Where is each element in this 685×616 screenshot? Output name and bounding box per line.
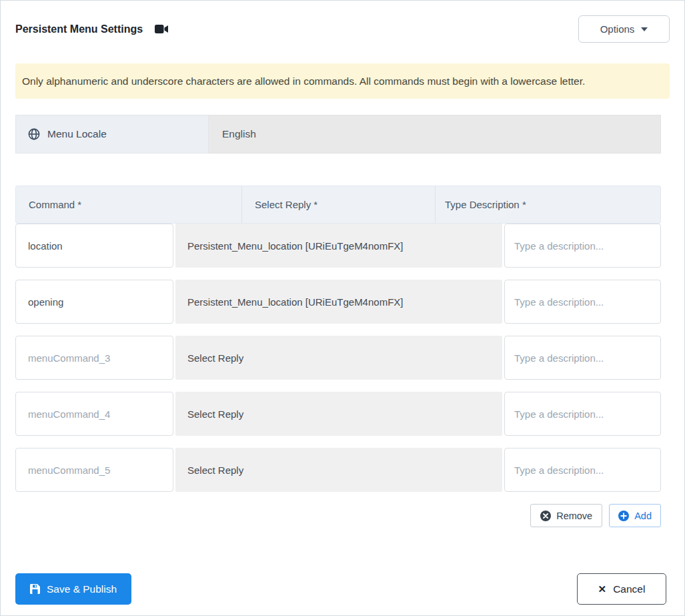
globe-icon bbox=[28, 128, 40, 140]
select-reply-button[interactable]: Select Reply bbox=[175, 392, 502, 436]
save-icon bbox=[30, 584, 40, 594]
table-row: Select Reply bbox=[15, 448, 661, 492]
cancel-button-label: Cancel bbox=[613, 583, 645, 595]
video-camera-icon bbox=[155, 24, 169, 34]
card-footer: Save & Publish ✕ Cancel bbox=[15, 573, 670, 605]
x-circle-icon bbox=[540, 511, 551, 521]
close-icon: ✕ bbox=[598, 583, 607, 595]
table-row: Persistent_Menu_location [URiEuTgeM4nomF… bbox=[15, 280, 661, 324]
description-input[interactable] bbox=[504, 392, 661, 436]
add-button[interactable]: Add bbox=[609, 504, 661, 527]
command-input[interactable] bbox=[15, 336, 173, 380]
card-header: Persistent Menu Settings Options bbox=[15, 1, 670, 43]
table-row: Persistent_Menu_location [URiEuTgeM4nomF… bbox=[15, 224, 661, 268]
plus-circle-icon bbox=[618, 511, 629, 521]
command-input[interactable] bbox=[15, 448, 173, 492]
add-button-label: Add bbox=[634, 511, 652, 521]
description-input[interactable] bbox=[504, 336, 661, 380]
table-row: Select Reply bbox=[15, 392, 661, 436]
select-reply-button[interactable]: Select Reply bbox=[175, 448, 502, 492]
remove-button[interactable]: Remove bbox=[530, 504, 602, 527]
menu-locale-row: Menu Locale English bbox=[15, 115, 661, 153]
description-input[interactable] bbox=[504, 224, 661, 268]
command-input[interactable] bbox=[15, 280, 173, 324]
header-type-description: Type Description * bbox=[436, 186, 660, 223]
cancel-button[interactable]: ✕ Cancel bbox=[577, 573, 666, 605]
options-button-label: Options bbox=[600, 23, 635, 35]
chevron-down-icon bbox=[641, 27, 648, 31]
save-publish-button[interactable]: Save & Publish bbox=[15, 573, 131, 605]
menu-locale-value[interactable]: English bbox=[209, 115, 661, 153]
select-reply-button[interactable]: Persistent_Menu_location [URiEuTgeM4nomF… bbox=[175, 280, 502, 324]
table-row: Select Reply bbox=[15, 336, 661, 380]
description-input[interactable] bbox=[504, 280, 661, 324]
table-header: Command * Select Reply * Type Descriptio… bbox=[15, 186, 661, 224]
description-input[interactable] bbox=[504, 448, 661, 492]
menu-locale-label-cell: Menu Locale bbox=[15, 115, 209, 153]
command-input[interactable] bbox=[15, 392, 173, 436]
header-command: Command * bbox=[16, 186, 242, 223]
page-title: Persistent Menu Settings bbox=[15, 23, 143, 35]
remove-button-label: Remove bbox=[556, 511, 592, 521]
menu-locale-value-text: English bbox=[222, 128, 256, 140]
header-select-reply: Select Reply * bbox=[242, 186, 436, 223]
persistent-menu-card: Persistent Menu Settings Options Only al… bbox=[1, 1, 684, 605]
warning-banner-text: Only alphanumeric and underscore charact… bbox=[22, 75, 585, 87]
command-input[interactable] bbox=[15, 224, 173, 268]
select-reply-button[interactable]: Persistent_Menu_location [URiEuTgeM4nomF… bbox=[175, 224, 502, 268]
row-actions: Remove Add bbox=[15, 504, 661, 527]
warning-banner: Only alphanumeric and underscore charact… bbox=[15, 63, 670, 99]
menu-locale-label: Menu Locale bbox=[47, 128, 107, 140]
select-reply-button[interactable]: Select Reply bbox=[175, 336, 502, 380]
options-button[interactable]: Options bbox=[578, 15, 670, 43]
save-publish-label: Save & Publish bbox=[47, 583, 117, 595]
